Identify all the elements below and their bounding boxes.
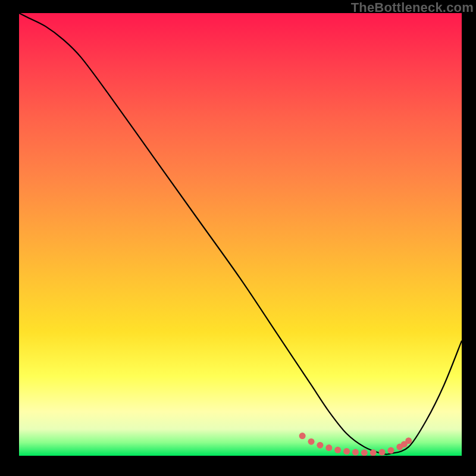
valley-dot (352, 449, 359, 456)
valley-dot (379, 449, 386, 456)
valley-dot (361, 449, 368, 456)
valley-dot (308, 439, 315, 445)
line-series (19, 13, 462, 455)
valley-dot (325, 444, 332, 451)
valley-dot (334, 447, 341, 453)
valley-dot (370, 449, 377, 456)
watermark-text: TheBottleneck.com (351, 0, 474, 15)
valley-dot (405, 437, 412, 444)
valley-dot (299, 433, 306, 439)
chart-frame (19, 13, 462, 456)
valley-dot (343, 448, 350, 455)
valley-dot (317, 442, 323, 449)
valley-dot (387, 447, 394, 454)
curve-path (19, 13, 462, 455)
chart-svg (19, 13, 462, 456)
